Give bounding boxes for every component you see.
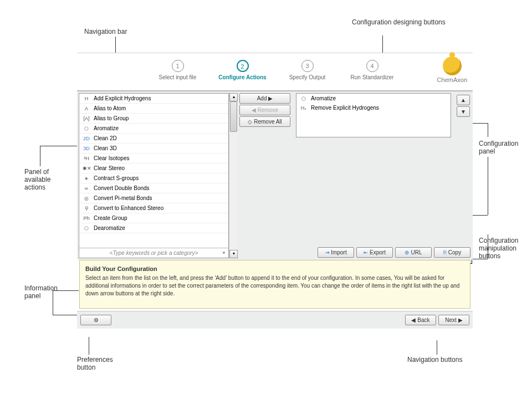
remove-all-button[interactable]: ◇Remove All xyxy=(239,116,290,127)
action-row[interactable]: ⬡Aromatize xyxy=(79,124,228,134)
configuration-panel[interactable]: ⬡AromatizeHₓRemove Explicit Hydrogens xyxy=(296,93,451,137)
dropdown-icon[interactable]: ▼ xyxy=(222,250,226,255)
config-design-buttons: Add ▶ ◀ Remove ◇Remove All xyxy=(239,93,290,137)
action-row[interactable]: ∗Contract S-groups xyxy=(79,173,228,183)
action-row[interactable]: ⚲Convert to Enhanced Stereo xyxy=(79,203,228,213)
step-4[interactable]: 4 Run Standardizer xyxy=(347,60,398,80)
step-4-label: Run Standardizer xyxy=(347,74,398,80)
action-icon: Ph xyxy=(83,216,90,221)
action-label: Convert Double Bonds xyxy=(94,185,150,191)
action-label: Add Explicit Hydrogens xyxy=(94,95,151,101)
action-icon: ⚲ xyxy=(83,206,90,211)
scroll-track[interactable] xyxy=(229,101,238,250)
action-label: Convert to Enhanced Stereo xyxy=(94,205,163,211)
config-label: Aromatize xyxy=(311,95,336,101)
action-label: Dearomatize xyxy=(94,225,125,231)
export-icon: ⇤ xyxy=(364,249,368,255)
export-button[interactable]: ⇤Export xyxy=(356,247,393,258)
action-icon: H xyxy=(83,96,90,101)
step-1-label: Select input file xyxy=(152,74,203,80)
step-2[interactable]: 2 Configure Actions xyxy=(217,60,268,80)
logo-icon xyxy=(443,57,462,75)
import-button[interactable]: ⇥Import xyxy=(318,247,354,258)
action-label: Clear Isotopes xyxy=(94,155,129,161)
app-window: 1 Select input file 2 Configure Actions … xyxy=(77,53,473,329)
step-1[interactable]: 1 Select input file xyxy=(152,60,203,80)
action-row[interactable]: ⬡Dearomatize xyxy=(79,223,228,233)
action-row[interactable]: ⋍Convert Double Bonds xyxy=(79,183,228,193)
navigation-bar: 1 Select input file 2 Configure Actions … xyxy=(77,53,473,90)
annotation-navbar: Navigation bar xyxy=(84,28,127,35)
annotation-actions-panel: Panel of available actions xyxy=(24,168,69,191)
info-title: Build Your Configuration xyxy=(85,265,464,273)
action-icon: 2D xyxy=(83,136,90,141)
move-down-button[interactable]: ▼ xyxy=(457,106,470,117)
scroll-up-icon[interactable]: ▴ xyxy=(229,93,238,101)
search-input[interactable]: <Type keywords or pick a category> ▼ xyxy=(79,248,228,258)
search-placeholder: <Type keywords or pick a category> xyxy=(110,250,198,256)
move-up-button[interactable]: ▲ xyxy=(457,95,470,105)
step-3-circle: 3 xyxy=(301,60,314,72)
action-icon: A xyxy=(83,106,90,111)
scroll-down-icon[interactable]: ▾ xyxy=(229,250,238,258)
info-body: Select an item from the list on the left… xyxy=(85,274,464,298)
remove-button[interactable]: ◀ Remove xyxy=(239,105,290,115)
action-label: Clean 3D xyxy=(94,145,117,151)
action-icon: ⬡ xyxy=(83,226,90,231)
action-row[interactable]: ²HClear Isotopes xyxy=(79,154,228,163)
import-icon: ⇥ xyxy=(325,249,329,255)
footer: ⚙ ◀ Back Next ▶ xyxy=(77,311,473,329)
annotation-navbtns: Navigation buttons xyxy=(407,356,462,364)
step-1-circle: 1 xyxy=(172,60,184,72)
next-button[interactable]: Next ▶ xyxy=(438,315,469,325)
annotation-manip: Configuration manipulation buttons xyxy=(479,237,529,260)
navigation-buttons: ◀ Back Next ▶ xyxy=(405,315,469,325)
config-row[interactable]: ⬡Aromatize xyxy=(296,94,451,103)
step-2-label: Configure Actions xyxy=(217,74,268,80)
config-label: Remove Explicit Hydrogens xyxy=(311,105,379,111)
actions-scrollbar[interactable]: ▴ ▾ xyxy=(229,93,238,258)
action-icon: [A] xyxy=(83,116,90,121)
action-row[interactable]: PhCreate Group xyxy=(79,213,228,223)
center-area: Add ▶ ◀ Remove ◇Remove All ⬡AromatizeHₓR… xyxy=(238,91,473,260)
step-4-circle: 4 xyxy=(366,60,378,72)
add-button[interactable]: Add ▶ xyxy=(239,93,290,104)
url-button[interactable]: ⊕URL xyxy=(395,247,432,258)
action-label: Alias to Atom xyxy=(94,105,126,111)
action-icon: 3D xyxy=(83,146,90,151)
url-label: URL xyxy=(411,249,422,255)
action-row[interactable]: 3DClean 3D xyxy=(79,144,228,154)
action-row[interactable]: ✱✕Clear Stereo xyxy=(79,163,228,173)
action-row[interactable]: HAdd Explicit Hydrogens xyxy=(79,94,228,104)
action-icon: ✱✕ xyxy=(83,166,90,171)
preferences-button[interactable]: ⚙ xyxy=(80,315,111,325)
import-label: Import xyxy=(331,249,346,255)
action-row[interactable]: 2DClean 2D xyxy=(79,134,228,144)
action-row[interactable]: AAlias to Atom xyxy=(79,104,228,114)
config-row[interactable]: HₓRemove Explicit Hydrogens xyxy=(296,103,451,112)
action-label: Alias to Group xyxy=(94,115,129,121)
annotation-config-design: Configuration designing buttons xyxy=(352,18,446,26)
action-row[interactable]: [A]Alias to Group xyxy=(79,114,228,124)
back-button[interactable]: ◀ Back xyxy=(405,315,436,325)
action-icon: ∗ xyxy=(83,176,90,181)
action-list[interactable]: HAdd Explicit HydrogensAAlias to Atom[A]… xyxy=(79,94,228,248)
annotation-info-panel: Information panel xyxy=(24,284,69,300)
available-actions-panel: HAdd Explicit HydrogensAAlias to Atom[A]… xyxy=(79,93,229,258)
action-icon: ◎ xyxy=(83,196,90,201)
copy-button[interactable]: ⎘Copy xyxy=(434,247,470,258)
main-body: HAdd Explicit HydrogensAAlias to Atom[A]… xyxy=(77,90,473,260)
remove-all-label: Remove All xyxy=(254,119,282,125)
action-label: Contract S-groups xyxy=(94,175,139,181)
action-label: Aromatize xyxy=(94,125,119,131)
action-row[interactable]: ◎Convert Pi-metal Bonds xyxy=(79,193,228,203)
information-panel: Build Your Configuration Select an item … xyxy=(79,260,470,309)
step-3[interactable]: 3 Specify Output xyxy=(282,60,333,80)
action-label: Clear Stereo xyxy=(94,165,125,171)
export-label: Export xyxy=(370,249,386,255)
scroll-thumb[interactable] xyxy=(230,101,237,132)
copy-icon: ⎘ xyxy=(443,249,447,255)
annotation-config-panel: Configuration panel xyxy=(479,140,529,155)
step-3-label: Specify Output xyxy=(282,74,333,80)
config-icon: Hₓ xyxy=(300,105,308,111)
